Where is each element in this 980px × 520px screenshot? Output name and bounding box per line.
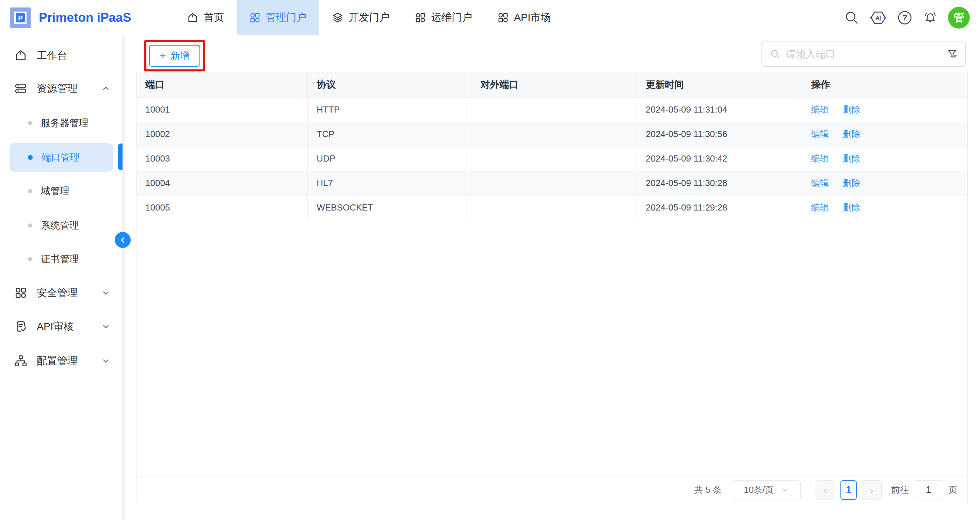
column-header-updated-at: 更新时间 [636, 72, 802, 97]
delete-link[interactable]: 删除 [843, 202, 861, 212]
cell-actions: 编辑删除 [802, 171, 967, 195]
sidebar-item-label: 工作台 [37, 49, 67, 63]
bullet-dot-icon [28, 189, 32, 193]
cell-port: 10002 [137, 122, 308, 146]
edit-link[interactable]: 编辑 [811, 202, 829, 212]
sidebar-item-label: API审核 [37, 320, 73, 334]
primeton-logo-icon: P [8, 5, 33, 30]
grid-icon [249, 12, 261, 24]
divider [836, 154, 836, 164]
add-button-label: 新增 [170, 49, 189, 62]
edit-link[interactable]: 编辑 [811, 129, 829, 139]
sidebar-item-port-management[interactable]: 端口管理 [10, 143, 113, 172]
grid-icon [14, 286, 27, 299]
server-icon [14, 82, 27, 95]
cell-actions: 编辑删除 [802, 146, 967, 171]
cell-port: 10003 [137, 146, 308, 171]
cell-external-port [471, 171, 637, 195]
edit-link[interactable]: 编辑 [811, 154, 829, 163]
edit-link[interactable]: 编辑 [811, 178, 829, 188]
total-count-label: 共 5 条 [694, 484, 722, 496]
sidebar-item-label: 域管理 [41, 185, 70, 198]
sidebar-item-certificate-management[interactable]: 证书管理 [10, 245, 113, 273]
next-page-button[interactable]: › [862, 480, 881, 500]
bullet-dot-icon [28, 121, 32, 125]
sidebar-item-label: 安全管理 [37, 286, 78, 300]
brand-name: Primeton iPaaS [39, 11, 131, 25]
delete-link[interactable]: 删除 [843, 154, 861, 163]
search-icon[interactable] [844, 10, 859, 25]
tab-label: 管理门户 [266, 11, 307, 24]
bullet-dot-icon [28, 257, 32, 261]
notification-bell-icon[interactable] [923, 10, 938, 25]
cell-updated-at: 2024-05-09 11:30:42 [636, 146, 802, 171]
bullet-dot-icon [28, 224, 32, 228]
search-icon [770, 49, 781, 60]
tab-label: 开发门户 [348, 11, 390, 24]
cell-external-port [471, 122, 637, 146]
cell-updated-at: 2024-05-09 11:31:04 [636, 97, 802, 122]
divider [836, 179, 836, 189]
cell-protocol: TCP [308, 122, 471, 146]
sidebar-item-security-management[interactable]: 安全管理 [0, 276, 125, 309]
page-size-value: 10条/页 [744, 484, 774, 496]
sidebar-item-api-review[interactable]: API审核 [0, 310, 125, 343]
sidebar-item-server-management[interactable]: 服务器管理 [10, 109, 113, 137]
search-input[interactable] [786, 49, 941, 60]
sidebar-item-system-management[interactable]: 系统管理 [10, 211, 113, 240]
delete-link[interactable]: 删除 [843, 105, 861, 115]
ai-assistant-icon[interactable]: AI [869, 10, 887, 25]
sidebar-item-label: 系统管理 [41, 219, 79, 232]
sidebar-item-config-management[interactable]: 配置管理 [0, 344, 125, 377]
cell-updated-at: 2024-05-09 11:30:28 [636, 171, 802, 195]
page-number-button[interactable]: 1 [840, 480, 857, 500]
plus-icon: + [160, 50, 166, 61]
portal-tabs: 首页 管理门户 开发门户 运维门户 [174, 0, 563, 35]
goto-label: 前往 [891, 484, 909, 496]
cell-protocol: WEBSOCKET [308, 195, 471, 220]
chevron-down-icon [102, 322, 110, 331]
brand-logo[interactable]: P Primeton iPaaS [8, 0, 131, 35]
user-avatar[interactable]: 管 [948, 7, 970, 29]
sidebar-item-domain-management[interactable]: 域管理 [10, 177, 113, 205]
table-row: 10001 HTTP 2024-05-09 11:31:04 编辑删除 [137, 97, 967, 122]
sidebar-item-workbench[interactable]: 工作台 [0, 39, 125, 72]
page-size-select[interactable]: 10条/页 [732, 480, 800, 500]
prev-page-button[interactable]: ‹ [816, 480, 835, 500]
cell-protocol: HL7 [308, 171, 471, 195]
tab-label: 运维门户 [431, 11, 472, 24]
filter-funnel-icon[interactable] [946, 48, 958, 60]
port-search-box [762, 41, 966, 67]
edit-link[interactable]: 编辑 [811, 105, 829, 115]
sidebar-collapse-button[interactable] [115, 232, 131, 248]
goto-page-input[interactable] [914, 480, 943, 500]
sidebar-item-label: 端口管理 [41, 151, 80, 164]
sidebar-item-label: 资源管理 [37, 82, 78, 95]
tab-dev-portal[interactable]: 开发门户 [319, 0, 402, 35]
tab-home[interactable]: 首页 [174, 0, 237, 35]
cell-protocol: UDP [308, 146, 471, 171]
tab-admin-portal[interactable]: 管理门户 [237, 0, 319, 35]
chevron-down-icon [781, 486, 789, 494]
tab-ops-portal[interactable]: 运维门户 [402, 0, 485, 35]
delete-link[interactable]: 删除 [843, 129, 861, 139]
cell-port: 10005 [137, 195, 308, 220]
delete-link[interactable]: 删除 [843, 178, 861, 188]
column-header-protocol: 协议 [308, 72, 471, 97]
bullet-dot-icon [28, 155, 33, 160]
cell-external-port [471, 146, 637, 171]
cell-actions: 编辑删除 [802, 122, 967, 146]
column-header-port: 端口 [137, 72, 308, 97]
sidebar: 工作台 资源管理 服务器管理 端口管理 域管理 系统管理 证书管理 安全管 [0, 35, 125, 520]
top-navbar: P Primeton iPaaS 首页 管理门户 开发门户 [0, 0, 980, 35]
divider [836, 130, 836, 140]
sidebar-item-resource-management[interactable]: 资源管理 [0, 72, 125, 105]
grid-icon [415, 12, 426, 24]
table-row: 10003 UDP 2024-05-09 11:30:42 编辑删除 [137, 146, 967, 171]
sidebar-item-label: 配置管理 [37, 354, 78, 368]
cell-updated-at: 2024-05-09 11:29:28 [636, 195, 802, 220]
add-port-button[interactable]: + 新增 [149, 45, 200, 67]
help-icon[interactable]: ? [897, 10, 913, 25]
tab-api-market[interactable]: API市场 [485, 0, 563, 35]
active-item-indicator [118, 144, 123, 170]
